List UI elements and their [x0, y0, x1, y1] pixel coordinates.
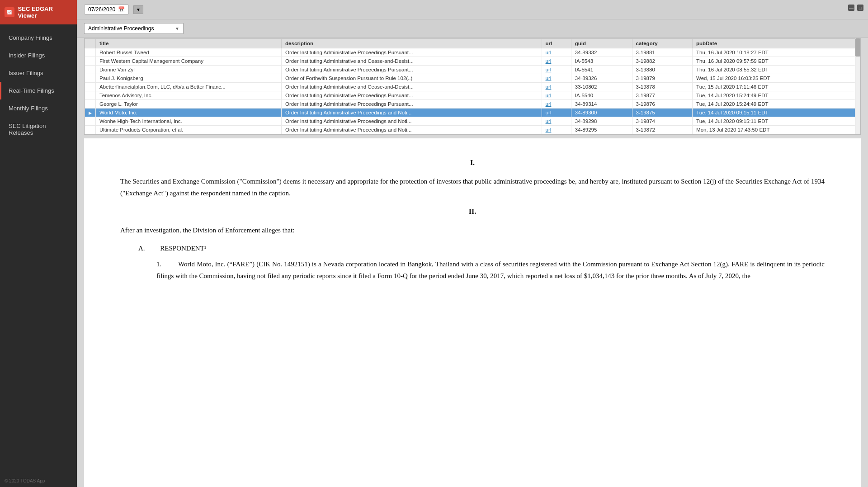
cell-pubdate: Thu, 16 Jul 2020 09:57:59 EDT	[693, 57, 860, 66]
url-link[interactable]: url	[546, 50, 552, 55]
cell-guid: 34-89295	[571, 126, 632, 134]
cell-pubdate: Tue, 15 Jul 2020 17:11:46 EDT	[693, 83, 860, 91]
cell-pubdate: Tue, 14 Jul 2020 09:15:11 EDT	[693, 117, 860, 126]
col-header-pubdate[interactable]: pubDate	[693, 39, 860, 48]
url-link[interactable]: url	[546, 101, 552, 107]
cell-description: Order Instituting Administrative and Cea…	[282, 83, 542, 91]
cell-pubdate: Tue, 14 Jul 2020 15:24:49 EDT	[693, 91, 860, 100]
category-selected-value: Administrative Proceedings	[88, 25, 154, 32]
sidebar-item-realtime-filings[interactable]: Real-Time Filings	[0, 82, 77, 99]
url-link[interactable]: url	[546, 118, 552, 124]
sidebar-item-monthly-filings[interactable]: Monthly Filings	[0, 99, 77, 117]
table-row[interactable]: First Western Capital Management Company…	[85, 57, 860, 66]
cell-description: Order Instituting Administrative Proceed…	[282, 126, 542, 134]
table-row[interactable]: Robert Russel TweedOrder Instituting Adm…	[85, 48, 860, 57]
cell-url[interactable]: url	[542, 126, 571, 134]
row-arrow-indicator	[85, 83, 96, 91]
table-row[interactable]: Abetterfinancialplan.Com, LLC, d/b/a a B…	[85, 83, 860, 91]
table-row[interactable]: Paul J. KonigsbergOrder of Forthwith Sus…	[85, 74, 860, 83]
item1-paragraph: 1. World Moto, Inc. (“FARE”) (CIK No. 14…	[156, 259, 825, 282]
sidebar-header: 📈 SEC EDGAR Viewer	[0, 0, 77, 24]
table-scrollbar[interactable]	[855, 38, 860, 134]
row-arrow-indicator	[85, 100, 96, 109]
col-header-description[interactable]: description	[282, 39, 542, 48]
category-bar: Administrative Proceedings ▼	[77, 19, 868, 38]
sidebar-footer: © 2020 TODAS App	[0, 475, 77, 487]
document-area[interactable]: I. The Securities and Exchange Commissio…	[84, 138, 861, 487]
cell-url[interactable]: url	[542, 117, 571, 126]
minimize-button[interactable]: —	[848, 5, 854, 11]
cell-description: Order Instituting Administrative Proceed…	[282, 91, 542, 100]
cell-url[interactable]: url	[542, 109, 571, 117]
calendar-icon[interactable]: 📅	[118, 6, 125, 13]
url-link[interactable]: url	[546, 76, 552, 81]
sidebar-nav: Company Filings Insider Filings Issuer F…	[0, 24, 77, 475]
row-arrow-indicator	[85, 57, 96, 66]
filings-table-container: title description url guid category pubD…	[84, 38, 861, 135]
cell-title: World Moto, Inc.	[96, 109, 282, 117]
cell-guid: 34-89314	[571, 100, 632, 109]
cell-description: Order Instituting Administrative Proceed…	[282, 100, 542, 109]
cell-pubdate: Wed, 15 Jul 2020 16:03:25 EDT	[693, 74, 860, 83]
sidebar-item-sec-litigation[interactable]: SEC Litigation Releases	[0, 117, 77, 142]
row-arrow-indicator	[85, 48, 96, 57]
cell-url[interactable]: url	[542, 100, 571, 109]
url-link[interactable]: url	[546, 110, 552, 115]
table-header-row: title description url guid category pubD…	[85, 39, 860, 48]
window-controls: — □	[848, 5, 863, 11]
table-body: Robert Russel TweedOrder Instituting Adm…	[85, 48, 860, 134]
table-row[interactable]: Wonhe High-Tech International, Inc.Order…	[85, 117, 860, 126]
cell-url[interactable]: url	[542, 83, 571, 91]
table-scroll-thumb[interactable]	[855, 38, 860, 57]
cell-category: 3-19882	[632, 57, 692, 66]
app-logo: 📈	[5, 7, 14, 17]
cell-category: 3-19880	[632, 66, 692, 74]
cell-title: Abetterfinancialplan.Com, LLC, d/b/a a B…	[96, 83, 282, 91]
row-arrow-indicator: ▶	[85, 109, 96, 117]
url-link[interactable]: url	[546, 67, 552, 72]
sidebar-item-company-filings[interactable]: Company Filings	[0, 29, 77, 47]
col-header-category[interactable]: category	[632, 39, 692, 48]
sidebar: 📈 SEC EDGAR Viewer Company Filings Insid…	[0, 0, 77, 487]
cell-url[interactable]: url	[542, 74, 571, 83]
cell-guid: IA-5540	[571, 91, 632, 100]
cell-url[interactable]: url	[542, 66, 571, 74]
app-title: SEC EDGAR Viewer	[18, 5, 72, 19]
col-header-guid[interactable]: guid	[571, 39, 632, 48]
cell-category: 3-19874	[632, 117, 692, 126]
date-dropdown-button[interactable]: ▼	[133, 5, 143, 14]
sidebar-item-insider-filings[interactable]: Insider Filings	[0, 47, 77, 64]
col-header-url[interactable]: url	[542, 39, 571, 48]
date-field[interactable]: 07/26/2020 📅	[84, 5, 129, 14]
subsection-a: A. RESPONDENT¹	[138, 243, 825, 255]
url-link[interactable]: url	[546, 93, 552, 98]
row-arrow-indicator	[85, 117, 96, 126]
url-link[interactable]: url	[546, 127, 552, 132]
table-row[interactable]: George L. TaylorOrder Instituting Admini…	[85, 100, 860, 109]
cell-pubdate: Thu, 16 Jul 2020 10:18:27 EDT	[693, 48, 860, 57]
cell-description: Order Instituting Administrative and Cea…	[282, 57, 542, 66]
sidebar-item-issuer-filings[interactable]: Issuer Filings	[0, 64, 77, 82]
col-header-title[interactable]: title	[96, 39, 282, 48]
cell-guid: IA-5541	[571, 66, 632, 74]
table-row[interactable]: Ultimate Products Corporation, et al.Ord…	[85, 126, 860, 134]
cell-url[interactable]: url	[542, 91, 571, 100]
table-row[interactable]: Dionne Van ZylOrder Instituting Administ…	[85, 66, 860, 74]
row-arrow-indicator	[85, 74, 96, 83]
cell-url[interactable]: url	[542, 57, 571, 66]
cell-url[interactable]: url	[542, 48, 571, 57]
category-dropdown[interactable]: Administrative Proceedings ▼	[84, 23, 184, 34]
cell-title: Paul J. Konigsberg	[96, 74, 282, 83]
url-link[interactable]: url	[546, 84, 552, 90]
cell-description: Order of Forthwith Suspension Pursuant t…	[282, 74, 542, 83]
url-link[interactable]: url	[546, 58, 552, 64]
table-row[interactable]: ▶World Moto, Inc.Order Instituting Admin…	[85, 109, 860, 117]
row-arrow-indicator	[85, 126, 96, 134]
cell-pubdate: Tue, 14 Jul 2020 15:24:49 EDT	[693, 100, 860, 109]
cell-guid: 34-89298	[571, 117, 632, 126]
cell-category: 3-19876	[632, 100, 692, 109]
cell-title: George L. Taylor	[96, 100, 282, 109]
maximize-button[interactable]: □	[857, 5, 863, 11]
table-row[interactable]: Temenos Advisory, Inc.Order Instituting …	[85, 91, 860, 100]
section2-heading: II.	[120, 205, 825, 217]
